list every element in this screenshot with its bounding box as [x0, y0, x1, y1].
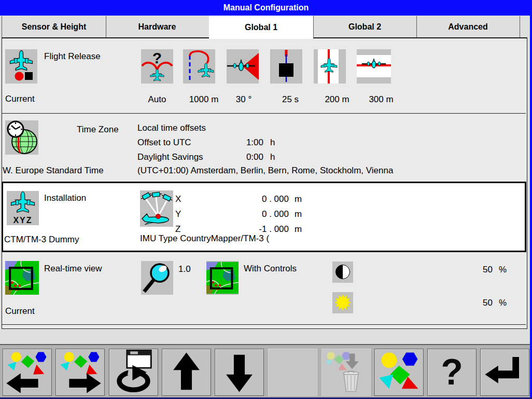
auto-release-button[interactable]: ? [141, 49, 173, 84]
trash-icon [322, 349, 370, 395]
contrast-value: 50 [464, 265, 493, 275]
lever-arm-x-axis: X [175, 194, 181, 204]
row-separator [2, 324, 526, 325]
brightness-unit: % [499, 298, 507, 308]
realtime-view-button[interactable] [5, 261, 39, 295]
tab-global-1[interactable]: Global 1 [209, 16, 314, 39]
offset-utc-value: 1:00 [218, 137, 263, 148]
gps-lever-arm-icon [140, 190, 173, 227]
window-titlebar: Manual Configuration [0, 0, 532, 16]
toolbar-button-delete[interactable] [321, 349, 371, 396]
arrow-up-icon [162, 349, 211, 395]
toolbar-button-help[interactable]: ? [427, 349, 477, 396]
field-of-view-button[interactable] [227, 49, 259, 84]
along-track-button[interactable] [357, 49, 391, 84]
toolbar-button-blank[interactable] [268, 349, 317, 396]
magnifier-icon [141, 261, 173, 295]
brightness-button[interactable] [332, 292, 353, 313]
time-zone-status: W. Europe Standard Time [3, 166, 104, 176]
release-interval-button[interactable] [270, 49, 302, 84]
across-track-button[interactable] [314, 49, 346, 84]
along-track-icon [357, 49, 391, 84]
lever-arm-x-unit: m [295, 194, 302, 204]
realtime-view-status: Current [5, 306, 35, 317]
svg-text:?: ? [441, 352, 463, 392]
lever-arm-z-value: -1 . 000 [218, 224, 289, 235]
lever-arm-x-value: 0 . 000 [218, 194, 289, 204]
lever-arm-y-axis: Y [175, 209, 181, 219]
realtime-view-title: Real-time view [44, 264, 102, 274]
lever-arm-button[interactable] [140, 190, 173, 227]
installation-status: CTM/TM-3 Dummy [4, 235, 79, 245]
installation-title: Installation [44, 193, 86, 203]
daylight-savings-label: Daylight Savings [137, 152, 203, 162]
brightness-sun-icon [332, 292, 353, 313]
toolbar-button-shapes[interactable] [374, 349, 424, 396]
daylight-savings-unit: h [270, 152, 275, 162]
contrast-button[interactable] [332, 262, 353, 283]
map-view-icon [206, 261, 239, 295]
flight-release-title: Flight Release [44, 51, 101, 62]
tab-global-2[interactable]: Global 2 [313, 16, 417, 37]
time-zone-title: Time Zone [77, 125, 119, 135]
tab-sensor-height[interactable]: Sensor & Height [2, 16, 106, 37]
time-zone-button[interactable] [5, 120, 38, 155]
map-view-icon [5, 261, 39, 295]
shapes-arrow-right-icon [56, 349, 104, 395]
time-zone-description: (UTC+01:00) Amsterdam, Berlin, Bern, Rom… [137, 166, 393, 176]
shapes-arrow-left-icon [3, 349, 51, 395]
auto-release-icon: ? [141, 49, 173, 84]
local-time-offsets-heading: Local time offsets [137, 123, 206, 133]
release-interval-icon [270, 49, 302, 84]
question-mark-icon: ? [428, 349, 476, 395]
toolbar-button-navigate-back[interactable] [3, 349, 52, 396]
toolbar-button-move-down[interactable] [215, 349, 264, 396]
installation-button[interactable]: XYZ [7, 191, 39, 225]
enter-arrow-icon [481, 349, 529, 395]
window-title: Manual Configuration [223, 3, 309, 12]
lever-arm-y-unit: m [295, 209, 302, 219]
toolbar-button-navigate-forward[interactable] [55, 349, 105, 396]
view-mode-button[interactable] [206, 261, 239, 295]
contrast-icon [332, 262, 353, 283]
along-track-value: 300 m [350, 94, 412, 105]
tab-advanced[interactable]: Advanced [416, 16, 520, 37]
airplane-xyz-icon: XYZ [7, 191, 39, 225]
zoom-level-button[interactable] [141, 261, 173, 295]
arrow-down-icon [215, 349, 263, 395]
lever-arm-z-unit: m [295, 224, 302, 235]
svg-text:XYZ: XYZ [13, 216, 32, 225]
daylight-savings-value: 0:00 [218, 152, 263, 162]
brightness-value: 50 [464, 298, 493, 308]
toolbar-button-move-up[interactable] [162, 349, 211, 396]
flight-release-status: Current [5, 94, 35, 104]
zoom-level-value: 1.0 [178, 264, 191, 274]
imu-type-text: IMU Type CountryMapper/TM-3 ( [140, 233, 269, 244]
turn-radius-icon [183, 49, 215, 84]
window-frame-right [530, 16, 532, 397]
field-of-view-icon [227, 49, 259, 84]
view-mode-value: With Controls [244, 264, 297, 274]
lever-arm-z-axis: Z [175, 224, 180, 235]
globe-clock-icon [5, 120, 38, 155]
svg-text:?: ? [152, 49, 162, 66]
contrast-unit: % [499, 265, 507, 275]
manual-configuration-window: Manual Configuration Sensor & Height Har… [0, 0, 532, 399]
airplane-release-icon [5, 49, 37, 84]
flight-release-button[interactable] [5, 49, 37, 84]
toolbar-button-refresh-window[interactable] [109, 349, 158, 396]
shapes-icon [375, 349, 423, 395]
lever-arm-y-value: 0 . 000 [218, 209, 289, 219]
toolbar-button-enter[interactable] [480, 349, 529, 396]
turn-radius-button[interactable] [183, 49, 215, 84]
window-redo-icon [109, 349, 158, 395]
tab-hardware[interactable]: Hardware [105, 16, 209, 37]
across-track-icon [314, 49, 346, 84]
offset-utc-label: Offset to UTC [137, 137, 191, 148]
offset-utc-unit: h [270, 137, 275, 148]
